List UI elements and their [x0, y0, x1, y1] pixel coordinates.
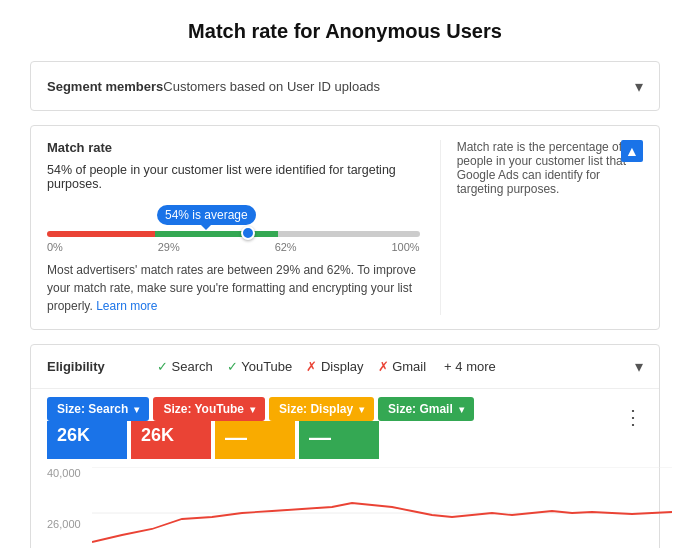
tab-display[interactable]: Size: Display ▾ — [269, 397, 374, 421]
tab-dropdown-icon: ▾ — [134, 404, 139, 415]
eligibility-label: Eligibility — [47, 359, 157, 374]
page-title: Match rate for Anonymous Users — [30, 20, 660, 43]
chart-svg — [92, 467, 643, 548]
slider-label-62: 62% — [275, 241, 297, 253]
tab-dropdown-icon: ▾ — [459, 404, 464, 415]
match-rate-right: ▲ Match rate is the percentage of people… — [440, 140, 643, 315]
chart-num-display: — — [215, 421, 295, 459]
slider-thumb[interactable] — [241, 226, 255, 240]
tab-dropdown-icon: ▾ — [250, 404, 255, 415]
cross-icon: ✗ — [306, 359, 317, 374]
chart-y-labels: 40,000 26,000 0 — [47, 467, 81, 548]
y-label-top: 40,000 — [47, 467, 81, 479]
line-chart-area: 40,000 26,000 0 — [31, 459, 659, 548]
slider-bar-gray — [278, 231, 420, 237]
slider-bar-green — [155, 231, 278, 237]
eligibility-more: + 4 more — [444, 359, 496, 374]
slider-label-100: 100% — [392, 241, 420, 253]
line-chart-path — [92, 503, 672, 542]
segment-chevron[interactable]: ▾ — [627, 77, 643, 96]
tab-youtube[interactable]: Size: YouTube ▾ — [153, 397, 265, 421]
eligibility-gmail: ✗ Gmail — [378, 359, 427, 374]
chart-section: Size: Search ▾ Size: YouTube ▾ Size: Dis… — [31, 389, 659, 548]
slider-area: 54% is average 0% 29% 62% 100% — [47, 205, 420, 253]
chart-num-youtube: 26K — [131, 421, 211, 459]
slider-bar — [47, 231, 420, 237]
info-expand-icon[interactable]: ▲ — [621, 140, 643, 162]
match-rate-left: Match rate 54% of people in your custome… — [47, 140, 420, 315]
segment-label: Segment members — [47, 79, 163, 94]
match-rate-info: Match rate is the percentage of people i… — [457, 140, 643, 196]
slider-bar-red — [47, 231, 155, 237]
chart-num-search: 26K — [47, 421, 127, 459]
match-rate-label: Match rate — [47, 140, 420, 155]
learn-more-link[interactable]: Learn more — [96, 299, 157, 313]
eligibility-card: Eligibility ✓ Search ✓ YouTube ✗ Display… — [30, 344, 660, 548]
page-wrapper: Match rate for Anonymous Users Segment m… — [0, 0, 690, 548]
slider-labels: 0% 29% 62% 100% — [47, 241, 420, 253]
check-icon: ✓ — [157, 359, 168, 374]
chart-num-gmail: — — [299, 421, 379, 459]
slider-label-0: 0% — [47, 241, 63, 253]
eligibility-search: ✓ Search — [157, 359, 213, 374]
line-chart-svg — [92, 467, 672, 548]
segment-card: Segment members Customers based on User … — [30, 61, 660, 111]
three-dot-menu[interactable]: ⋮ — [623, 397, 643, 429]
tab-gmail[interactable]: Size: Gmail ▾ — [378, 397, 474, 421]
match-rate-description: 54% of people in your customer list were… — [47, 163, 420, 191]
eligibility-youtube: ✓ YouTube — [227, 359, 292, 374]
match-rate-card: Match rate 54% of people in your custome… — [30, 125, 660, 330]
eligibility-chevron[interactable]: ▾ — [627, 357, 643, 376]
eligibility-items: ✓ Search ✓ YouTube ✗ Display ✗ Gmail + 4… — [157, 359, 627, 374]
slider-label-29: 29% — [158, 241, 180, 253]
eligibility-display: ✗ Display — [306, 359, 363, 374]
check-icon: ✓ — [227, 359, 238, 374]
tab-search[interactable]: Size: Search ▾ — [47, 397, 149, 421]
tab-dropdown-icon: ▾ — [359, 404, 364, 415]
y-label-mid: 26,000 — [47, 518, 81, 530]
segment-value: Customers based on User ID uploads — [163, 79, 627, 94]
cross-icon: ✗ — [378, 359, 389, 374]
eligibility-header: Eligibility ✓ Search ✓ YouTube ✗ Display… — [31, 345, 659, 389]
match-note: Most advertisers' match rates are betwee… — [47, 261, 420, 315]
slider-tooltip: 54% is average — [157, 205, 256, 225]
